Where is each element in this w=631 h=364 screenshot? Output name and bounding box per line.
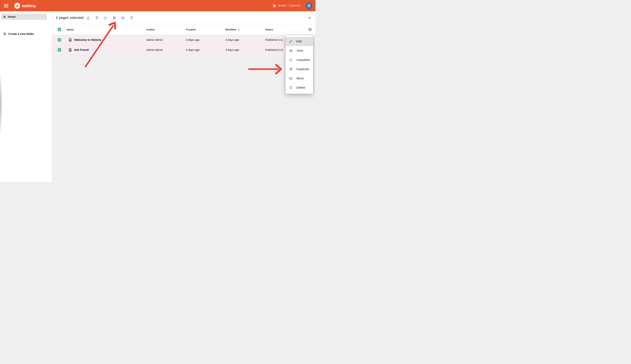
webiny-admin-page: W webiny ROOT TENANT Home Create a new f… — [0, 0, 315, 182]
table-row[interactable]: Not Found Admin Admin 4 days ago 4 days … — [52, 45, 315, 55]
duplicate-button[interactable] — [111, 14, 118, 22]
webiny-hexagon-icon: W — [14, 2, 20, 9]
modified-cell: 4 days ago — [226, 38, 265, 42]
table-header: Name Author Created Modified Status — [52, 24, 315, 35]
created-cell: 4 days ago — [186, 48, 226, 52]
created-cell: 4 days ago — [186, 38, 226, 42]
menu-hamburger-icon[interactable] — [2, 2, 10, 10]
duplicate-icon — [112, 16, 116, 20]
home-icon — [3, 15, 6, 19]
unpublish-restore-icon — [289, 58, 293, 62]
page-document-icon — [68, 48, 72, 52]
building-icon — [273, 4, 276, 8]
app-top-bar: W webiny ROOT TENANT — [0, 0, 315, 11]
close-selection-button[interactable] — [306, 14, 313, 21]
close-icon — [308, 16, 311, 20]
bulk-actions-toolbar: 2 pages selected: — [52, 11, 315, 24]
row-checkbox[interactable] — [58, 48, 61, 52]
menu-item-move[interactable]: Move — [286, 74, 313, 83]
menu-item-view[interactable]: View — [286, 46, 313, 55]
page-title: Welcome to Webiny — [74, 38, 101, 42]
menu-item-duplicate[interactable]: Duplicate — [286, 64, 313, 74]
pencil-icon — [289, 40, 293, 43]
download-button[interactable] — [85, 14, 92, 22]
menu-item-unpublish[interactable]: Unpublish — [286, 55, 313, 64]
row-checkbox[interactable] — [58, 38, 61, 42]
page-document-icon — [68, 38, 72, 42]
table-row[interactable]: Welcome to Webiny Admin Admin 4 days ago… — [52, 35, 315, 45]
row-context-menu: Edit View Unpublish Duplicate Move Delet… — [286, 35, 313, 94]
selected-count-label: 2 pages selected: — [56, 16, 84, 20]
publish-button[interactable] — [93, 14, 100, 22]
folder-move-icon — [289, 76, 293, 80]
column-header-name[interactable]: Name — [67, 28, 146, 31]
menu-item-delete[interactable]: Delete — [286, 83, 313, 92]
checkmark-icon — [58, 38, 61, 41]
page-list-content: 2 pages selected: — [52, 11, 315, 182]
table-settings-gear-icon[interactable] — [308, 28, 312, 32]
menu-item-edit[interactable]: Edit — [286, 37, 313, 46]
plus-circle-icon — [3, 32, 7, 36]
folders-sidebar: Home Create a new folder — [0, 11, 52, 182]
author-cell: Admin Admin — [146, 48, 186, 52]
column-header-status[interactable]: Status — [265, 28, 305, 31]
checkmark-icon — [58, 28, 61, 31]
column-header-created[interactable]: Created — [186, 28, 226, 31]
eye-icon — [289, 49, 293, 53]
column-header-author[interactable]: Author — [146, 28, 186, 31]
download-icon — [86, 16, 90, 20]
sort-desc-arrow-icon — [237, 28, 240, 31]
author-cell: Admin Admin — [146, 38, 186, 42]
tenant-label: ROOT TENANT — [279, 4, 301, 7]
select-all-checkbox[interactable] — [58, 28, 61, 31]
topbar-right-section: ROOT TENANT — [273, 2, 315, 9]
column-header-modified[interactable]: Modified — [226, 28, 265, 31]
trash-icon — [129, 16, 134, 20]
delete-button[interactable] — [128, 14, 135, 22]
modified-cell: 4 days ago — [226, 48, 265, 52]
bulk-action-buttons — [85, 11, 135, 24]
unpublish-button[interactable] — [102, 14, 109, 22]
brand-wordmark: webiny — [22, 4, 36, 8]
page-title: Not Found — [74, 48, 89, 52]
checkmark-icon — [58, 48, 61, 51]
publish-icon — [95, 16, 99, 20]
folder-move-icon — [121, 16, 125, 20]
duplicate-icon — [289, 67, 293, 71]
sidebar-item-create-folder[interactable]: Create a new folder — [3, 32, 34, 36]
user-avatar[interactable] — [306, 2, 312, 9]
create-folder-label: Create a new folder — [8, 32, 34, 36]
trash-icon — [289, 86, 293, 90]
unpublish-restore-icon — [103, 16, 108, 20]
tenant-selector[interactable]: ROOT TENANT — [273, 4, 301, 8]
power-icon — [307, 4, 311, 8]
move-to-folder-button[interactable] — [119, 14, 126, 22]
logo-letter: W — [16, 4, 19, 8]
sidebar-item-label: Home — [8, 15, 16, 18]
webiny-logo[interactable]: W webiny — [14, 2, 36, 9]
sidebar-item-home[interactable]: Home — [1, 14, 47, 20]
